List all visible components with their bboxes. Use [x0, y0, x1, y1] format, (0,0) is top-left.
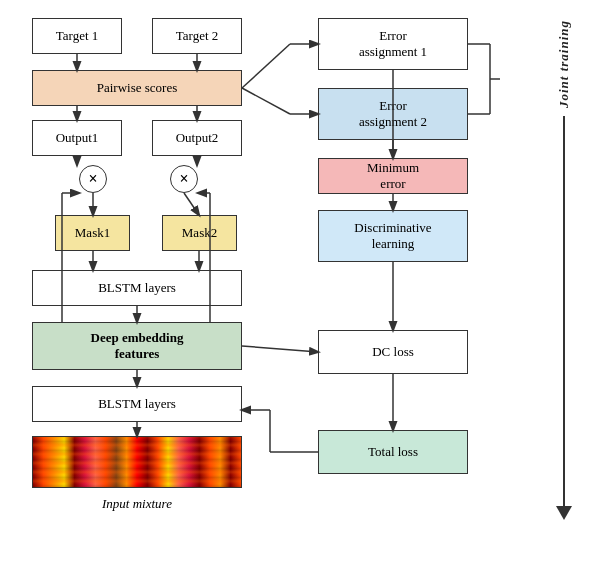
target2-box: Target 2 — [152, 18, 242, 54]
svg-line-14 — [242, 44, 290, 88]
svg-line-13 — [242, 346, 318, 352]
error2-label: Error assignment 2 — [359, 98, 427, 130]
total-loss-box: Total loss — [318, 430, 468, 474]
target1-box: Target 1 — [32, 18, 122, 54]
deep-embed-label: Deep embedding features — [91, 330, 184, 362]
multiply1-circle: × — [79, 165, 107, 193]
deep-embed-box: Deep embedding features — [32, 322, 242, 370]
target1-label: Target 1 — [56, 28, 99, 44]
output2-label: Output2 — [176, 130, 219, 146]
mask1-label: Mask1 — [75, 225, 110, 241]
blstm-bottom-label: BLSTM layers — [98, 396, 176, 412]
spectrogram-visual — [33, 437, 241, 487]
multiply2-circle: × — [170, 165, 198, 193]
svg-line-7 — [184, 193, 199, 215]
discrim-box: Discriminative learning — [318, 210, 468, 262]
pairwise-label: Pairwise scores — [97, 80, 178, 96]
output1-label: Output1 — [56, 130, 99, 146]
multiply2-symbol: × — [179, 170, 188, 188]
blstm-bottom-box: BLSTM layers — [32, 386, 242, 422]
error1-box: Error assignment 1 — [318, 18, 468, 70]
min-error-box: Minimum error — [318, 158, 468, 194]
error2-box: Error assignment 2 — [318, 88, 468, 140]
output2-box: Output2 — [152, 120, 242, 156]
dc-loss-label: DC loss — [372, 344, 414, 360]
total-loss-label: Total loss — [368, 444, 418, 460]
blstm-top-box: BLSTM layers — [32, 270, 242, 306]
joint-arrow-head — [556, 506, 572, 520]
joint-training-label: Joint training — [556, 20, 572, 108]
mask1-box: Mask1 — [55, 215, 130, 251]
joint-arrow-line — [563, 116, 565, 506]
output1-box: Output1 — [32, 120, 122, 156]
input-mixture-box — [32, 436, 242, 488]
blstm-top-label: BLSTM layers — [98, 280, 176, 296]
discrim-label: Discriminative learning — [354, 220, 431, 252]
min-error-label: Minimum error — [367, 160, 419, 192]
joint-training-area: Joint training — [546, 20, 582, 520]
multiply1-symbol: × — [88, 170, 97, 188]
target2-label: Target 2 — [176, 28, 219, 44]
mask2-label: Mask2 — [182, 225, 217, 241]
error1-label: Error assignment 1 — [359, 28, 427, 60]
dc-loss-box: DC loss — [318, 330, 468, 374]
input-label: Input mixture — [32, 496, 242, 512]
diagram-container: Target 1 Target 2 Pairwise scores Output… — [0, 0, 590, 570]
svg-line-16 — [242, 88, 290, 114]
pairwise-box: Pairwise scores — [32, 70, 242, 106]
mask2-box: Mask2 — [162, 215, 237, 251]
